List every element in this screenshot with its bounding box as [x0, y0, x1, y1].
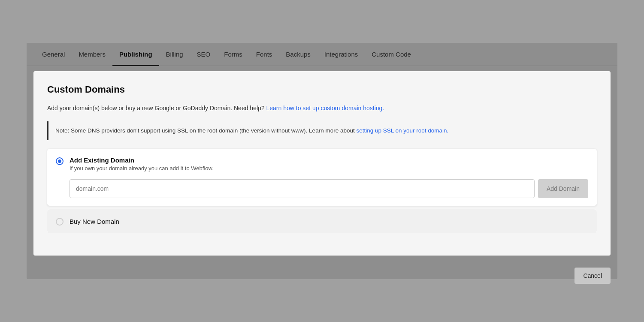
domain-input-row: Add Domain	[47, 179, 597, 206]
buy-new-label: Buy New Domain	[70, 218, 119, 225]
footer-area: Cancel	[27, 261, 617, 284]
add-existing-label: Add Existing Domain	[70, 156, 214, 164]
tab-publishing[interactable]: Publishing	[112, 43, 159, 66]
content-area: Custom Domains Add your domain(s) below …	[33, 71, 611, 256]
tab-fonts[interactable]: Fonts	[249, 43, 279, 66]
add-existing-domain-card: Add Existing Domain If you own your doma…	[47, 149, 597, 206]
buy-new-domain-card: Buy New Domain	[47, 209, 597, 233]
tab-members[interactable]: Members	[72, 43, 112, 66]
nav-tabs: General Members Publishing Billing SEO F…	[27, 43, 617, 66]
ssl-link[interactable]: setting up SSL on your root domain.	[356, 127, 448, 134]
tab-billing[interactable]: Billing	[159, 43, 190, 66]
tab-custom-code[interactable]: Custom Code	[365, 43, 418, 66]
add-existing-sublabel: If you own your domain already you can a…	[70, 165, 214, 172]
learn-how-link[interactable]: Learn how to set up custom domain hostin…	[266, 105, 384, 111]
settings-panel: General Members Publishing Billing SEO F…	[27, 43, 617, 279]
buy-new-radio[interactable]	[56, 218, 63, 226]
add-existing-radio[interactable]	[56, 157, 63, 165]
tab-forms[interactable]: Forms	[217, 43, 249, 66]
tab-backups[interactable]: Backups	[279, 43, 317, 66]
tab-integrations[interactable]: Integrations	[317, 43, 365, 66]
note-box: Note: Some DNS providers don't support u…	[47, 121, 597, 140]
add-existing-domain-header: Add Existing Domain If you own your doma…	[47, 149, 597, 179]
buy-new-domain-option[interactable]: Buy New Domain	[47, 209, 597, 233]
add-existing-label-group: Add Existing Domain If you own your doma…	[70, 156, 214, 172]
tab-general[interactable]: General	[35, 43, 72, 66]
section-title: Custom Domains	[47, 84, 597, 95]
add-domain-button[interactable]: Add Domain	[538, 179, 588, 198]
tab-seo[interactable]: SEO	[190, 43, 218, 66]
domain-input[interactable]	[70, 179, 535, 198]
description-text: Add your domain(s) below or buy a new Go…	[47, 104, 597, 113]
cancel-button[interactable]: Cancel	[574, 268, 611, 284]
